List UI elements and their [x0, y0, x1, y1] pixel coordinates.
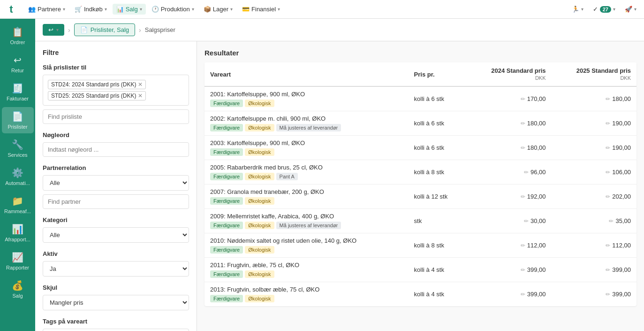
- chevron-down-icon: ▾: [63, 7, 65, 12]
- cell-std2025[interactable]: ✏190,00: [552, 111, 636, 136]
- table-row[interactable]: 2013: Frugtvin, solbær æble, 75 cl, ØKO …: [205, 282, 636, 307]
- cell-std2024[interactable]: ✏170,00: [466, 86, 551, 111]
- table-row[interactable]: 2010: Nøddemix saltet og ristet uden oli…: [205, 233, 636, 258]
- cell-std2025[interactable]: ✏190,00: [552, 136, 636, 160]
- badge: Færdigvare: [210, 124, 243, 131]
- cell-vareart: 2007: Granola med tranebær, 200 g, ØKO F…: [205, 185, 409, 209]
- rapporter-icon: 📈: [12, 252, 23, 263]
- sidebar-item-prislister[interactable]: 📄 Prislister: [2, 107, 34, 133]
- nav-partnere[interactable]: 👥 Partnere ▾: [24, 4, 69, 15]
- nav-extra-1[interactable]: 🏃 ▾: [568, 4, 587, 15]
- table-row[interactable]: 2009: Mellemristet kaffe, Arabica, 400 g…: [205, 209, 636, 233]
- cell-std2025[interactable]: ✏35,00: [552, 209, 636, 233]
- edit-icon: ✏: [606, 242, 610, 249]
- sidebar-item-rapporter[interactable]: 📈 Rapporter: [2, 248, 34, 274]
- cell-std2024[interactable]: ✏180,00: [466, 136, 551, 160]
- cell-std2024[interactable]: ✏96,00: [466, 160, 551, 185]
- badge: Færdigvare: [210, 270, 243, 278]
- cell-pris-pr: kolli à 8 stk: [409, 233, 467, 258]
- badge: Økologisk: [245, 295, 274, 302]
- nav-finansiel[interactable]: 💳 Finansiel ▾: [238, 4, 284, 15]
- aktiv-label: Aktiv: [43, 250, 189, 257]
- cell-pris-pr: stk: [409, 209, 467, 233]
- cell-std2025[interactable]: ✏202,00: [552, 185, 636, 209]
- partnerrelation-label: Partnerrelation: [43, 164, 189, 171]
- table-row[interactable]: 2005: Rabarberdrik med brus, 25 cl, ØKO …: [205, 160, 636, 185]
- table-row[interactable]: 2002: Kartoffelsuppe m. chili, 900 ml, Ø…: [205, 111, 636, 136]
- app-logo[interactable]: t: [4, 2, 19, 17]
- find-prisliste-input[interactable]: [43, 109, 189, 124]
- find-partner-input[interactable]: [43, 194, 189, 209]
- badge: Må justeres af leverandør: [276, 222, 341, 229]
- col-pris-pr: Pris pr.: [409, 62, 467, 86]
- sidebar-item-rammeaftaler[interactable]: 📁 Rammeaf...: [2, 192, 34, 218]
- col-vareart: Vareart: [205, 62, 409, 86]
- tag-std25-remove[interactable]: ✕: [138, 92, 143, 99]
- services-icon: 🔧: [12, 139, 23, 150]
- cell-std2025[interactable]: ✏106,00: [552, 160, 636, 185]
- cell-std2024[interactable]: ✏192,00: [466, 185, 551, 209]
- cell-std2024[interactable]: ✏112,00: [466, 233, 551, 258]
- produktion-icon: 🕐: [152, 6, 159, 13]
- cell-std2024[interactable]: ✏399,00: [466, 258, 551, 282]
- cell-pris-pr: kolli à 6 stk: [409, 136, 467, 160]
- task-badge: 27: [600, 6, 611, 13]
- skjul-select[interactable]: Mangler pris: [43, 295, 189, 310]
- table-row[interactable]: 2011: Frugtvin, æble, 75 cl, ØKO Færdigv…: [205, 258, 636, 282]
- cell-vareart: 2005: Rabarberdrik med brus, 25 cl, ØKO …: [205, 160, 409, 185]
- cell-std2025[interactable]: ✏180,00: [552, 86, 636, 111]
- cell-std2024[interactable]: ✏399,00: [466, 282, 551, 307]
- nav-salg[interactable]: 📊 Salg ▾: [113, 4, 146, 15]
- nav-rocket[interactable]: 🚀 ▾: [621, 4, 640, 15]
- sidebar-item-afrapportering[interactable]: 📊 Afrapport...: [2, 220, 34, 246]
- badge: Økologisk: [245, 222, 274, 229]
- rocket-icon: 🚀: [625, 6, 632, 13]
- results-panel: Resultater Vareart Pris pr. 2024 Standar…: [197, 41, 644, 331]
- prislister-tag-container: STD24: 2024 Standard pris (DKK) ✕ STD25:…: [43, 75, 189, 106]
- table-row[interactable]: 2001: Kartoffelsuppe, 900 ml, ØKO Færdig…: [205, 86, 636, 111]
- badge: Økologisk: [245, 173, 274, 180]
- filter-section-prislister: Slå prislister til STD24: 2024 Standard …: [43, 64, 189, 124]
- partnere-icon: 👥: [28, 6, 36, 13]
- nav-lager[interactable]: 📦 Lager ▾: [200, 4, 236, 15]
- sidebar-item-ordrer[interactable]: 📋 Ordrer: [2, 23, 34, 49]
- noegleord-input[interactable]: [43, 142, 189, 157]
- edit-icon: ✏: [606, 145, 610, 151]
- cell-std2025[interactable]: ✏399,00: [552, 282, 636, 307]
- filter-section-noegleord: Nøgleord: [43, 131, 189, 157]
- chevron-down-icon: ▾: [192, 7, 194, 12]
- badge: Færdigvare: [210, 100, 243, 107]
- sidebar-item-services[interactable]: 🔧 Services: [2, 135, 34, 162]
- sidebar-item-automation[interactable]: ⚙️ Automati...: [2, 163, 34, 190]
- back-button[interactable]: ↩ ▾: [43, 24, 64, 36]
- table-row[interactable]: 2003: Kartoffelsuppe, 900 ml, ØKO Færdig…: [205, 136, 636, 160]
- nav-tasks[interactable]: ✓ 27 ▾: [589, 4, 619, 15]
- kategori-select[interactable]: Alle: [43, 227, 189, 243]
- filter-section-skjul: Skjul Mangler pris: [43, 284, 189, 310]
- cell-vareart: 2003: Kartoffelsuppe, 900 ml, ØKO Færdig…: [205, 136, 409, 160]
- sla-prislister-label: Slå prislister til: [43, 64, 189, 71]
- aktiv-select[interactable]: Ja: [43, 261, 189, 277]
- edit-icon: ✏: [521, 267, 525, 273]
- partnerrelation-select[interactable]: Alle: [43, 175, 189, 191]
- nav-indkob[interactable]: 🛒 Indkøb ▾: [71, 4, 111, 15]
- cell-std2025[interactable]: ✏399,00: [552, 258, 636, 282]
- edit-icon: ✏: [524, 169, 529, 176]
- fakturaer-icon: 🧾: [12, 83, 23, 94]
- nav-produktion[interactable]: 🕐 Produktion ▾: [148, 4, 198, 15]
- main-content: ↩ ▾ › 📄 Prislister, Salg › Salgspriser F…: [35, 19, 644, 331]
- cell-std2025[interactable]: ✏112,00: [552, 233, 636, 258]
- filter-section-kategori: Kategori Alle: [43, 216, 189, 243]
- tag-std24-remove[interactable]: ✕: [138, 81, 143, 88]
- prislister-breadcrumb[interactable]: 📄 Prislister, Salg: [74, 23, 135, 36]
- sidebar-item-retur[interactable]: ↩ Retur: [2, 51, 34, 77]
- sidebar-item-salg[interactable]: 💰 Salg: [2, 276, 34, 302]
- cell-std2024[interactable]: ✏180,00: [466, 111, 551, 136]
- cell-std2024[interactable]: ✏30,00: [466, 209, 551, 233]
- sidebar-item-fakturaer[interactable]: 🧾 Fakturaer: [2, 79, 34, 105]
- cell-pris-pr: kolli à 4 stk: [409, 282, 467, 307]
- badge: Økologisk: [245, 148, 274, 156]
- vaelg-tags-input[interactable]: [43, 329, 189, 331]
- table-row[interactable]: 2007: Granola med tranebær, 200 g, ØKO F…: [205, 185, 636, 209]
- filter-section-aktiv: Aktiv Ja: [43, 250, 189, 277]
